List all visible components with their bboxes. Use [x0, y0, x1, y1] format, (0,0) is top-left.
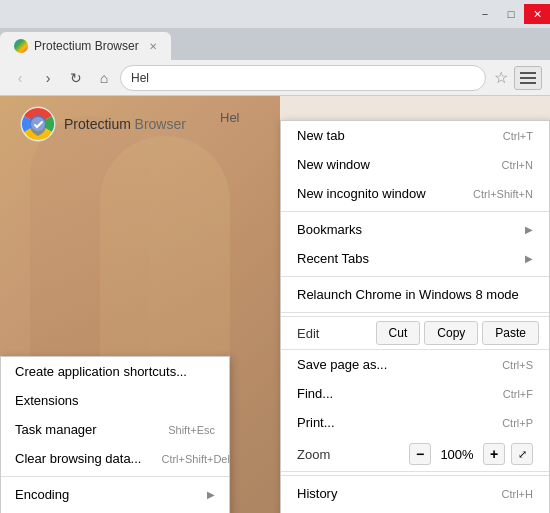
submenu-item-shortcuts[interactable]: Create application shortcuts... — [1, 357, 229, 386]
submenu-item-clear-browsing-label: Clear browsing data... — [15, 451, 141, 466]
submenu-divider — [1, 476, 229, 477]
submenu-item-extensions-label: Extensions — [15, 393, 79, 408]
menu-item-new-incognito-shortcut: Ctrl+Shift+N — [473, 188, 533, 200]
more-tools-submenu: Create application shortcuts... Extensio… — [0, 356, 230, 513]
menu-item-new-window[interactable]: New window Ctrl+N — [281, 150, 549, 179]
close-button[interactable]: ✕ — [524, 4, 550, 24]
title-bar-buttons: − □ ✕ — [472, 4, 550, 24]
menu-zoom-label: Zoom — [297, 447, 401, 462]
menu-item-bookmarks-label: Bookmarks — [297, 222, 362, 237]
title-bar: − □ ✕ — [0, 0, 550, 28]
logo-area: Protectium Browser — [20, 106, 186, 142]
menu-item-history[interactable]: History Ctrl+H — [281, 479, 549, 508]
menu-divider-3 — [281, 312, 549, 313]
menu-item-new-tab-label: New tab — [297, 128, 345, 143]
chrome-menu-button[interactable] — [514, 66, 542, 90]
forward-button[interactable]: › — [36, 66, 60, 90]
menu-divider-1 — [281, 211, 549, 212]
submenu-item-view-source[interactable]: View source Ctrl+U — [1, 509, 229, 513]
bookmark-star-button[interactable]: ☆ — [490, 66, 512, 89]
tab-close-button[interactable]: ✕ — [149, 41, 157, 52]
menu-item-print[interactable]: Print... Ctrl+P — [281, 408, 549, 437]
submenu-item-task-manager-label: Task manager — [15, 422, 97, 437]
menu-paste-button[interactable]: Paste — [482, 321, 539, 345]
protectium-logo-icon — [20, 106, 56, 142]
browser-content: 🛡 Protectium Browser Hel Create applicat — [0, 96, 550, 513]
menu-edit-buttons: Cut Copy Paste — [335, 321, 549, 345]
zoom-value-display: 100% — [437, 447, 477, 462]
submenu-encoding-arrow-icon: ▶ — [207, 489, 215, 500]
menu-item-new-tab-shortcut: Ctrl+T — [503, 130, 533, 142]
submenu-item-clear-browsing-shortcut: Ctrl+Shift+Del — [161, 453, 229, 465]
menu-item-history-label: History — [297, 486, 337, 501]
toolbar: ‹ › ↻ ⌂ Hel ☆ — [0, 60, 550, 96]
minimize-button[interactable]: − — [472, 4, 498, 24]
logo-browser-text: Browser — [135, 116, 186, 132]
menu-item-new-window-shortcut: Ctrl+N — [502, 159, 533, 171]
menu-item-find-shortcut: Ctrl+F — [503, 388, 533, 400]
menu-copy-button[interactable]: Copy — [424, 321, 478, 345]
zoom-fullscreen-button[interactable]: ⤢ — [511, 443, 533, 465]
menu-item-recent-tabs-label: Recent Tabs — [297, 251, 369, 266]
menu-item-find-label: Find... — [297, 386, 333, 401]
header-help-text: Hel — [220, 110, 240, 125]
menu-item-new-window-label: New window — [297, 157, 370, 172]
zoom-out-button[interactable]: − — [409, 443, 431, 465]
submenu-item-extensions[interactable]: Extensions — [1, 386, 229, 415]
menu-item-downloads[interactable]: Downloads Ctrl+J — [281, 508, 549, 513]
menu-zoom-row: Zoom − 100% + ⤢ — [281, 437, 549, 472]
address-bar[interactable]: Hel — [120, 65, 486, 91]
submenu-item-shortcuts-label: Create application shortcuts... — [15, 364, 187, 379]
menu-line-3 — [520, 82, 536, 84]
menu-item-bookmarks-arrow-icon: ▶ — [525, 224, 533, 235]
menu-edit-row: Edit Cut Copy Paste — [281, 316, 549, 350]
browser-tab[interactable]: Protectium Browser ✕ — [0, 32, 171, 60]
menu-item-relaunch-label: Relaunch Chrome in Windows 8 mode — [297, 287, 519, 302]
logo-protectium-text: Protectium — [64, 116, 131, 132]
menu-item-recent-tabs-arrow-icon: ▶ — [525, 253, 533, 264]
menu-item-save-page-shortcut: Ctrl+S — [502, 359, 533, 371]
menu-item-new-tab[interactable]: New tab Ctrl+T — [281, 121, 549, 150]
tab-bar: Protectium Browser ✕ — [0, 28, 550, 60]
menu-divider-4 — [281, 475, 549, 476]
menu-item-new-incognito[interactable]: New incognito window Ctrl+Shift+N — [281, 179, 549, 208]
maximize-button[interactable]: □ — [498, 4, 524, 24]
menu-item-find[interactable]: Find... Ctrl+F — [281, 379, 549, 408]
menu-cut-button[interactable]: Cut — [376, 321, 421, 345]
submenu-item-clear-browsing[interactable]: Clear browsing data... Ctrl+Shift+Del — [1, 444, 229, 473]
menu-divider-2 — [281, 276, 549, 277]
menu-item-bookmarks[interactable]: Bookmarks ▶ — [281, 215, 549, 244]
menu-line-1 — [520, 72, 536, 74]
menu-zoom-controls: − 100% + ⤢ — [409, 443, 533, 465]
menu-item-new-incognito-label: New incognito window — [297, 186, 426, 201]
menu-item-save-page-label: Save page as... — [297, 357, 387, 372]
submenu-item-task-manager[interactable]: Task manager Shift+Esc — [1, 415, 229, 444]
menu-item-print-label: Print... — [297, 415, 335, 430]
submenu-item-encoding[interactable]: Encoding ▶ — [1, 480, 229, 509]
tab-title: Protectium Browser — [34, 39, 139, 53]
zoom-in-button[interactable]: + — [483, 443, 505, 465]
submenu-item-encoding-label: Encoding — [15, 487, 69, 502]
menu-line-2 — [520, 77, 536, 79]
submenu-item-task-manager-shortcut: Shift+Esc — [168, 424, 215, 436]
chrome-context-menu: New tab Ctrl+T New window Ctrl+N New inc… — [280, 120, 550, 513]
address-text: Hel — [131, 71, 149, 85]
menu-edit-label: Edit — [281, 322, 335, 345]
tab-favicon-icon — [14, 39, 28, 53]
refresh-button[interactable]: ↻ — [64, 66, 88, 90]
home-button[interactable]: ⌂ — [92, 66, 116, 90]
menu-item-recent-tabs[interactable]: Recent Tabs ▶ — [281, 244, 549, 273]
toolbar-right: ☆ — [490, 66, 542, 90]
menu-item-print-shortcut: Ctrl+P — [502, 417, 533, 429]
logo-name-area: Protectium Browser — [64, 116, 186, 132]
menu-item-relaunch[interactable]: Relaunch Chrome in Windows 8 mode — [281, 280, 549, 309]
menu-item-save-page[interactable]: Save page as... Ctrl+S — [281, 350, 549, 379]
menu-item-history-shortcut: Ctrl+H — [502, 488, 533, 500]
back-button[interactable]: ‹ — [8, 66, 32, 90]
